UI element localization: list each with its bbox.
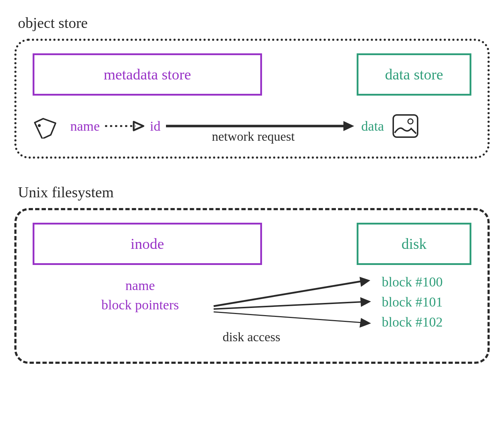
network-request-label: network request: [212, 129, 295, 144]
svg-line-7: [214, 312, 362, 323]
object-store-container: metadata store data store name id data n…: [14, 39, 490, 159]
disk-access-label: disk access: [223, 329, 280, 344]
dotted-arrow-icon: [103, 119, 146, 133]
unix-filesystem-container: inode disk name block pointers block #10…: [14, 208, 490, 364]
block-item: block #100: [382, 274, 443, 290]
inode-name-field: name: [68, 278, 212, 293]
unix-filesystem-title: Unix filesystem: [14, 184, 490, 201]
block-item: block #101: [382, 294, 443, 310]
tag-icon: [33, 114, 61, 139]
metadata-store-box: metadata store: [33, 53, 262, 96]
svg-point-4: [408, 119, 413, 124]
data-label: data: [361, 118, 384, 134]
inode-box: inode: [33, 223, 262, 265]
id-label: id: [150, 118, 161, 134]
svg-point-0: [37, 124, 41, 127]
block-item: block #102: [382, 314, 443, 330]
data-store-box: data store: [357, 53, 471, 96]
inode-block-pointers-field: block pointers: [68, 297, 212, 313]
name-label: name: [70, 118, 100, 134]
disk-box: disk: [357, 223, 471, 265]
image-icon: [391, 113, 420, 140]
object-store-flow: name id data network request: [33, 108, 471, 144]
object-store-title: object store: [14, 14, 490, 32]
svg-rect-3: [393, 115, 418, 137]
